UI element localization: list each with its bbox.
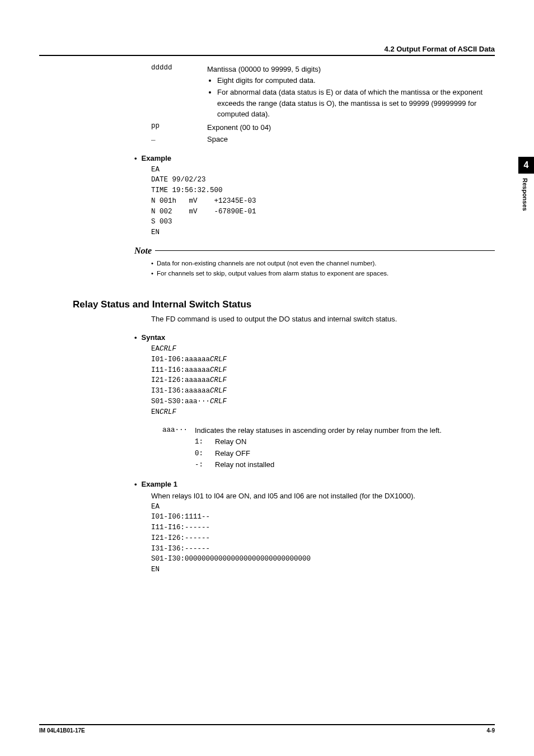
- page-footer: IM 04L41B01-17E 4-9: [39, 724, 495, 734]
- code-line: S 003: [151, 218, 172, 226]
- def-bullets: Eight digits for computed data. For abno…: [207, 75, 495, 120]
- example-heading-text: Example: [142, 154, 171, 162]
- code-seg: S01-S30:aaa···: [151, 398, 210, 405]
- definition-list: ddddd Mantissa (00000 to 99999, 5 digits…: [151, 64, 495, 145]
- option-desc: Relay not installed: [215, 459, 274, 471]
- option-code: 0:: [195, 448, 215, 460]
- example1-heading-text: Example 1: [142, 480, 177, 488]
- note-text: For channels set to skip, output values …: [157, 270, 388, 277]
- option-code: 1:: [195, 436, 215, 448]
- example1-intro: When relays I01 to I04 are ON, and I05 a…: [151, 491, 495, 502]
- page-container: 4.2 Output Format of ASCII Data ddddd Ma…: [0, 0, 534, 756]
- footer-doc-id: IM 04L41B01-17E: [39, 727, 85, 734]
- option-desc: Relay ON: [215, 436, 246, 448]
- code-line: S01-I30:000000000000000000000000000000: [151, 555, 311, 563]
- example-heading: •Example: [134, 154, 495, 162]
- note-list: •Data for non-existing channels are not …: [151, 258, 495, 279]
- relay-option: 1: Relay ON: [195, 436, 495, 448]
- chapter-label: Responses: [522, 178, 528, 211]
- def-ddddd: ddddd Mantissa (00000 to 99999, 5 digits…: [151, 64, 495, 121]
- code-line: TIME 19:56:32.500: [151, 186, 223, 194]
- def-term: pp: [151, 122, 207, 130]
- footer-page-number: 4-9: [487, 727, 495, 734]
- section-header: 4.2 Output Format of ASCII Data: [39, 45, 495, 56]
- code-line: I21-I26:------: [151, 534, 210, 542]
- note-heading-text: Note: [134, 246, 152, 256]
- def-pp: pp Exponent (00 to 04): [151, 122, 495, 133]
- note-text: Data for non-existing channels are not o…: [157, 260, 377, 267]
- example1-heading: •Example 1: [134, 480, 495, 488]
- example-code: EA DATE 99/02/23 TIME 19:56:32.500 N 001…: [151, 165, 495, 238]
- def-bullet-2: For abnormal data (data status is E) or …: [217, 87, 495, 120]
- relay-option: 0: Relay OFF: [195, 448, 495, 460]
- crlf: CRLF: [160, 408, 176, 416]
- syntax-heading: •Syntax: [134, 333, 495, 342]
- code-line: I11-I16:------: [151, 524, 210, 531]
- crlf: CRLF: [210, 376, 227, 384]
- def-desc: Exponent (00 to 04): [207, 122, 495, 133]
- def-desc: Space: [207, 134, 495, 145]
- note-heading: Note: [134, 246, 495, 256]
- crlf: CRLF: [210, 356, 227, 363]
- code-line: DATE 99/02/23: [151, 176, 206, 184]
- code-line: EA: [151, 503, 160, 511]
- syntax-code: EACRLF I01-I06:aaaaaaCRLF I11-I16:aaaaaa…: [151, 344, 495, 417]
- code-seg: EN: [151, 408, 160, 416]
- option-code: -:: [195, 459, 215, 471]
- crlf: CRLF: [210, 366, 227, 374]
- def-term: _: [151, 134, 207, 142]
- option-desc: Relay OFF: [215, 448, 250, 460]
- syntax-heading-text: Syntax: [142, 333, 166, 342]
- code-seg: I11-I16:aaaaaa: [151, 366, 210, 374]
- note-heading-rule: [155, 250, 495, 251]
- code-line: I01-I06:1111--: [151, 513, 210, 521]
- aaa-code: aaa···: [162, 425, 195, 436]
- relay-heading: Relay Status and Internal Switch Status: [73, 299, 495, 310]
- chapter-tab: 4 Responses: [518, 157, 534, 211]
- code-seg: I21-I26:aaaaaa: [151, 376, 210, 384]
- def-bullet-1: Eight digits for computed data.: [217, 75, 495, 86]
- def-term: ddddd: [151, 64, 207, 72]
- code-line: N 001h mV +12345E-03: [151, 197, 256, 205]
- code-line: EN: [151, 228, 160, 236]
- example1-code: EA I01-I06:1111-- I11-I16:------ I21-I26…: [151, 502, 495, 575]
- crlf: CRLF: [210, 387, 227, 395]
- code-line: EN: [151, 566, 160, 573]
- note-item: •For channels set to skip, output values…: [151, 268, 495, 278]
- note-item: •Data for non-existing channels are not …: [151, 258, 495, 268]
- relay-option: -: Relay not installed: [195, 459, 495, 471]
- def-desc: Mantissa (00000 to 99999, 5 digits) Eigh…: [207, 64, 495, 121]
- crlf: CRLF: [210, 398, 227, 405]
- code-seg: I31-I36:aaaaaa: [151, 387, 210, 395]
- aaa-description: aaa··· Indicates the relay statuses in a…: [162, 425, 495, 436]
- chapter-number: 4: [518, 157, 534, 174]
- def-main-desc: Mantissa (00000 to 99999, 5 digits): [207, 65, 321, 73]
- code-seg: EA: [151, 345, 160, 353]
- relay-intro: The FD command is used to output the DO …: [151, 314, 495, 325]
- crlf: CRLF: [160, 345, 176, 353]
- aaa-desc: Indicates the relay statuses in ascendin…: [195, 425, 495, 436]
- code-line: N 002 mV -67890E-01: [151, 208, 256, 216]
- code-seg: I01-I06:aaaaaa: [151, 356, 210, 363]
- def-space: _ Space: [151, 134, 495, 145]
- code-line: I31-I36:------: [151, 545, 210, 553]
- code-line: EA: [151, 166, 160, 174]
